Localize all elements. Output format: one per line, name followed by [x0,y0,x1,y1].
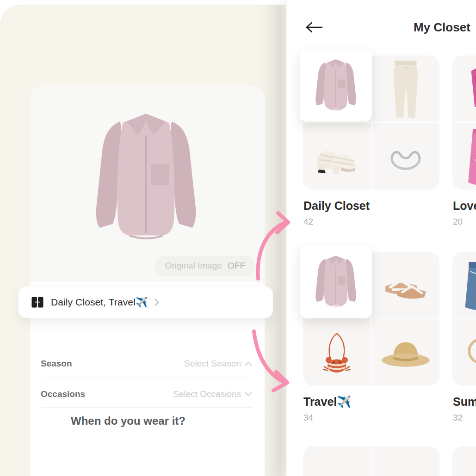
pink-shirt-thumb [307,251,365,313]
pink-skirt-thumb [452,123,476,189]
closet-item-count: 20 [453,217,476,227]
season-value: Select Season [184,359,252,369]
beige-coat-thumb [452,446,476,476]
wardrobe-icon [31,297,43,308]
pink-shirt-thumb [307,55,365,117]
original-image-toggle[interactable]: Original Image OFF [155,256,255,276]
season-placeholder: Select Season [184,359,241,369]
app-screenshot: Original Image OFF When do you wear it? … [0,0,476,476]
cream-pants-thumb [372,55,440,122]
occasions-value: Select Occasions [173,389,252,399]
closet-card-partial[interactable] [303,446,439,476]
closet-thumbnail-grid [452,252,476,386]
closet-item-count: 42 [303,217,370,227]
original-image-state: OFF [228,261,245,271]
denim-skirt-thumb [452,252,476,318]
back-arrow-icon [305,21,323,33]
white-heels-thumb [303,123,371,189]
silver-ring-thumb [372,123,440,189]
white-sandals-thumb [372,252,440,318]
section-title: When do you wear it? [71,415,185,427]
back-button[interactable] [303,18,325,37]
closet-assignment-row[interactable]: Daily Closet, Travel✈️ [19,287,273,318]
closet-thumbnail-grid [452,55,476,189]
chevron-down-icon [245,392,252,397]
newly-added-shirt-tile[interactable] [300,49,372,122]
my-closet-screen: My Closet Daily Closet 42 [287,0,476,476]
season-label: Season [41,359,72,369]
crab-bag-thumb [303,319,371,386]
product-image: Original Image OFF [30,85,265,282]
gold-earrings-thumb [452,319,476,386]
closet-card-partial[interactable] [452,446,476,476]
chevron-right-icon [154,298,160,306]
occasions-select-row[interactable]: Occasions Select Occasions [41,381,252,408]
closet-item-count: 34 [303,413,351,423]
closet-card-summer[interactable]: Sum 32 [452,252,476,386]
closet-name: Daily Closet [303,199,370,213]
season-select-row[interactable]: Season Select Season [41,350,252,377]
original-image-label: Original Image [165,261,222,271]
pink-top-thumb [452,55,476,122]
pink-shirt-image [75,102,216,256]
straw-hat-thumb [372,319,440,386]
occasions-placeholder: Select Occasions [173,389,241,399]
pink-shoes-thumb [372,446,440,476]
assigned-closets-label: Daily Closet, Travel✈️ [51,297,148,308]
blue-tee-thumb [303,446,371,476]
closet-name: Travel✈️ [303,395,351,409]
product-card: Original Image OFF When do you wear it? [30,85,265,476]
chevron-up-icon [245,361,252,366]
page-title: My Closet [414,20,470,35]
closet-name: Sum [453,395,476,409]
newly-added-shirt-tile[interactable] [300,246,372,318]
closet-item-count: 32 [453,413,476,423]
closet-name: Love [453,199,476,213]
closet-card-love[interactable]: Love 20 [452,55,476,189]
occasions-label: Occasions [41,389,85,399]
closet-thumbnail-grid [452,446,476,476]
closet-thumbnail-grid [303,446,439,476]
